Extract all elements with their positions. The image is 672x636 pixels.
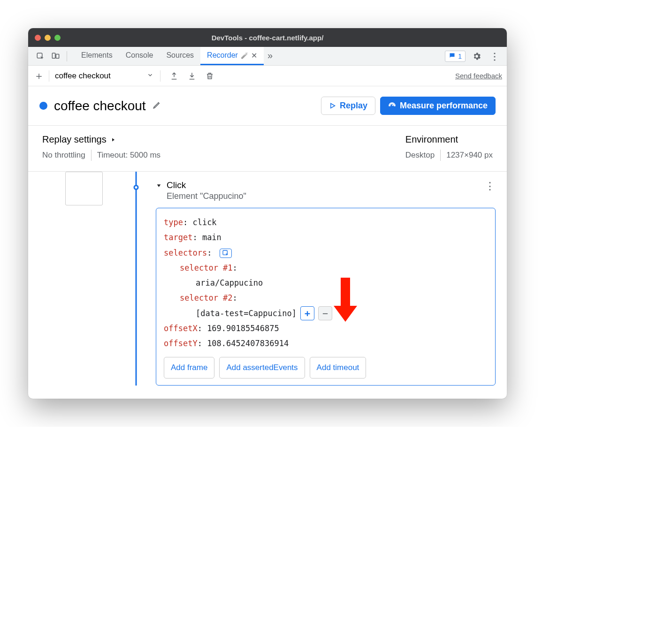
add-timeout-button[interactable]: Add timeout [310,357,367,379]
step-title: Click [167,180,246,190]
edit-pencil-icon[interactable] [153,100,161,111]
import-icon[interactable] [185,69,199,83]
maximize-window-icon[interactable] [54,35,61,41]
selector-1-value[interactable]: aria/Cappucino [196,278,263,288]
replay-button[interactable]: Replay [321,97,375,115]
close-window-icon[interactable] [35,35,41,41]
add-asserted-events-button[interactable]: Add assertedEvents [219,357,305,379]
dimensions-value: 1237×940 px [446,151,493,160]
step-detail: Click Element "Cappucino" ⋮ type: click … [150,172,507,386]
chat-icon [449,52,456,61]
measure-performance-button[interactable]: Measure performance [380,97,496,115]
minimize-window-icon[interactable] [45,35,51,41]
remove-selector-button[interactable]: − [318,306,332,320]
timeline: Click Element "Cappucino" ⋮ type: click … [28,172,507,399]
kebab-menu-icon[interactable]: ⋮ [488,50,501,63]
flow-title: coffee checkout [54,98,146,114]
recorder-toolbar: ＋ coffee checkout Send feedback [28,66,507,86]
divider [440,150,441,161]
svg-rect-2 [56,54,59,59]
step-kebab-menu[interactable]: ⋮ [485,180,496,192]
divider [67,51,67,61]
timeline-track [122,172,150,386]
svg-rect-1 [52,53,55,58]
panel-tab-strip: Elements Console Sources Recorder 🧪 ✕ » … [28,47,507,66]
devtools-window: DevTools - coffee-cart.netlify.app/ Elem… [28,28,507,399]
traffic-lights [35,35,61,41]
export-icon[interactable] [167,69,181,83]
experiment-flask-icon: 🧪 [241,52,248,59]
send-feedback-link[interactable]: Send feedback [455,72,502,80]
pick-selector-button[interactable] [220,249,232,258]
recording-status-dot [39,102,47,110]
device-value: Desktop [405,151,435,160]
thumbnail-column [28,172,122,386]
track-line [136,172,137,386]
overflow-tabs-icon[interactable]: » [264,47,276,65]
device-toolbar-icon[interactable] [49,50,62,63]
settings-strip: Replay settings No throttling Timeout: 5… [28,126,507,172]
replay-settings-toggle[interactable]: Replay settings [42,134,160,145]
track-marker [134,185,139,190]
tab-console[interactable]: Console [119,47,160,65]
step-subtitle: Element "Cappucino" [167,191,246,201]
tab-elements[interactable]: Elements [75,47,119,65]
flow-selector[interactable]: coffee checkout [53,71,156,81]
timeout-value: Timeout: 5000 ms [97,151,160,160]
throttling-value: No throttling [42,151,85,160]
divider [91,150,92,161]
issues-badge[interactable]: 1 [445,51,466,62]
tab-sources[interactable]: Sources [160,47,200,65]
chevron-right-icon [110,134,116,145]
chevron-down-icon [147,71,153,81]
divider [160,70,160,82]
step-thumbnail[interactable] [65,172,103,205]
new-recording-button[interactable]: ＋ [33,70,45,82]
selector-2-value[interactable]: [data-test=Cappucino] [196,306,297,321]
tab-recorder[interactable]: Recorder 🧪 ✕ [200,47,264,65]
window-title: DevTools - coffee-cart.netlify.app/ [28,34,507,42]
step-editor-box: type: click target: main selectors: sele… [156,208,496,386]
add-frame-button[interactable]: Add frame [164,357,214,379]
inspect-element-icon[interactable] [34,50,47,63]
caret-down-icon[interactable] [156,182,162,190]
flow-header: coffee checkout Replay Measure performan… [28,86,507,126]
close-tab-icon[interactable]: ✕ [251,51,257,60]
delete-icon[interactable] [203,69,217,83]
settings-gear-icon[interactable] [470,50,483,63]
add-selector-button[interactable]: + [300,306,314,320]
titlebar: DevTools - coffee-cart.netlify.app/ [28,28,507,47]
environment-heading: Environment [405,134,493,145]
divider [49,70,49,82]
